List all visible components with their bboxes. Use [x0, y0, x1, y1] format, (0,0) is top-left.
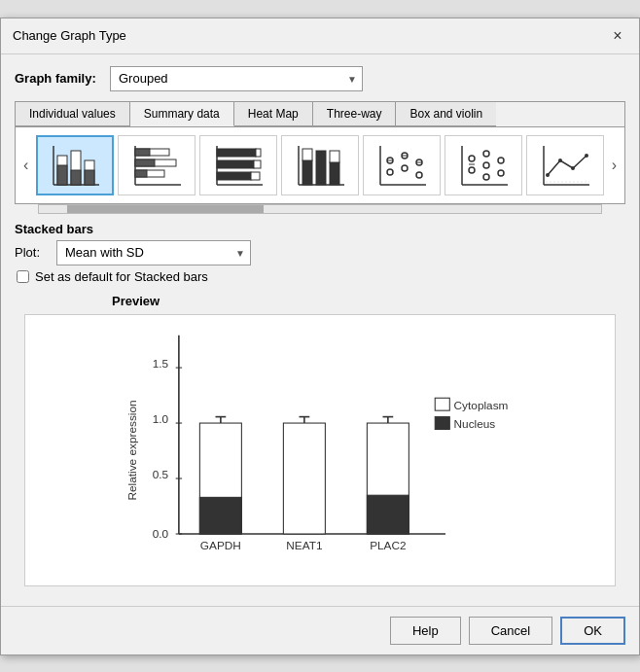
svg-rect-27	[302, 149, 312, 160]
thumbnail-scrollbar[interactable]	[38, 204, 602, 214]
dialog-content: Graph family: Grouped XY Column Bar Pie …	[1, 54, 639, 598]
svg-point-55	[546, 173, 550, 177]
checkbox-row: Set as default for Stacked bars	[17, 269, 625, 284]
scroll-right-button[interactable]: ›	[608, 157, 621, 174]
svg-text:0.5: 0.5	[153, 468, 169, 481]
svg-rect-7	[85, 170, 94, 185]
svg-rect-22	[217, 172, 251, 180]
set-default-label: Set as default for Stacked bars	[35, 269, 208, 284]
svg-point-41	[416, 172, 422, 178]
graph-thumbnails-panel: ‹	[15, 126, 625, 204]
svg-text:GAPDH: GAPDH	[200, 539, 241, 552]
tab-summary-data[interactable]: Summary data	[130, 102, 234, 126]
svg-point-51	[498, 170, 504, 176]
plot-dropdown-wrapper: Mean with SD Mean with SEM Mean with 95%…	[56, 240, 251, 265]
stacked-bars-icon	[46, 141, 104, 190]
svg-point-49	[483, 174, 489, 180]
svg-rect-18	[217, 149, 256, 157]
svg-point-58	[585, 154, 588, 158]
dot-plot-2-icon	[454, 141, 513, 190]
svg-rect-20	[217, 160, 254, 168]
ok-button[interactable]: OK	[560, 617, 625, 645]
svg-point-56	[558, 159, 562, 162]
scrollbar-thumb	[67, 205, 264, 213]
svg-point-44	[469, 156, 475, 161]
graph-family-label: Graph family:	[15, 71, 102, 86]
svg-rect-11	[135, 149, 150, 156]
preview-label: Preview	[112, 294, 625, 308]
svg-rect-21	[254, 160, 261, 168]
svg-rect-15	[135, 170, 147, 177]
plot-row: Plot: Mean with SD Mean with SEM Mean wi…	[15, 240, 625, 265]
thumbnail-dot-plot-1[interactable]	[363, 135, 441, 195]
tab-box-violin[interactable]: Box and violin	[396, 102, 496, 126]
thumbnail-line-chart[interactable]	[526, 135, 603, 195]
tab-individual-values[interactable]: Individual values	[16, 102, 130, 126]
set-default-checkbox[interactable]	[17, 270, 29, 283]
svg-point-35	[387, 169, 393, 175]
svg-rect-74	[283, 423, 325, 534]
thumbnail-stacked-bars[interactable]	[36, 135, 114, 195]
preview-area: 0.0 0.5 1.0 1.5 Relative expression	[24, 314, 616, 586]
thumbnail-scroll-area	[36, 135, 603, 195]
svg-rect-71	[199, 497, 241, 534]
svg-rect-28	[316, 151, 326, 185]
svg-point-47	[483, 151, 489, 157]
tab-three-way[interactable]: Three-way	[313, 102, 397, 126]
dot-plot-1-icon	[373, 141, 431, 190]
svg-text:Nucleus: Nucleus	[454, 417, 496, 431]
thumbnail-horizontal-bars[interactable]	[118, 135, 196, 195]
dialog-footer: Help Cancel OK	[1, 606, 639, 654]
svg-rect-26	[302, 160, 312, 185]
stacked-horizontal-icon	[209, 141, 267, 190]
svg-point-48	[483, 162, 489, 168]
svg-rect-19	[256, 149, 261, 157]
cancel-button[interactable]: Cancel	[469, 617, 552, 645]
vertical-stacked-icon	[291, 141, 349, 190]
svg-text:NEAT1: NEAT1	[286, 539, 322, 552]
svg-rect-23	[251, 172, 260, 180]
svg-point-38	[402, 165, 408, 171]
help-button[interactable]: Help	[390, 617, 461, 645]
svg-rect-30	[330, 151, 339, 162]
close-button[interactable]: ×	[608, 26, 627, 46]
tab-bar: Individual values Summary data Heat Map …	[15, 101, 625, 126]
tab-heat-map[interactable]: Heat Map	[234, 102, 313, 126]
svg-rect-86	[435, 416, 449, 429]
thumbnail-vertical-stacked[interactable]	[281, 135, 359, 195]
svg-rect-3	[57, 165, 67, 185]
svg-point-57	[571, 166, 575, 170]
title-bar: Change Graph Type ×	[1, 18, 639, 54]
svg-text:1.0: 1.0	[153, 412, 169, 426]
line-chart-icon	[536, 141, 594, 190]
graph-family-select[interactable]: Grouped XY Column Bar Pie Scatter	[110, 66, 363, 91]
plot-select[interactable]: Mean with SD Mean with SEM Mean with 95%…	[56, 240, 251, 265]
svg-rect-29	[330, 162, 339, 185]
thumbnail-dot-plot-2[interactable]	[444, 135, 522, 195]
svg-rect-5	[71, 170, 81, 185]
horizontal-bars-icon	[127, 141, 186, 190]
svg-text:PLAC2: PLAC2	[370, 539, 406, 552]
svg-point-50	[498, 158, 504, 163]
svg-rect-84	[435, 398, 449, 410]
svg-rect-13	[135, 159, 155, 166]
svg-text:Cytoplasm: Cytoplasm	[454, 399, 509, 412]
svg-text:0.0: 0.0	[153, 527, 169, 541]
svg-text:Relative expression: Relative expression	[125, 400, 139, 500]
change-graph-type-dialog: Change Graph Type × Graph family: Groupe…	[0, 18, 640, 655]
scroll-left-button[interactable]: ‹	[19, 157, 32, 174]
stacked-bars-section-title: Stacked bars	[15, 222, 625, 236]
svg-rect-78	[367, 495, 409, 534]
svg-text:1.5: 1.5	[153, 357, 169, 371]
thumbnail-stacked-horizontal[interactable]	[199, 135, 277, 195]
plot-label: Plot:	[15, 245, 49, 260]
dialog-title: Change Graph Type	[13, 28, 126, 43]
graph-family-dropdown-wrapper: Grouped XY Column Bar Pie Scatter ▼	[110, 66, 363, 91]
svg-point-45	[469, 167, 475, 173]
graph-family-row: Graph family: Grouped XY Column Bar Pie …	[15, 66, 625, 91]
preview-chart: 0.0 0.5 1.0 1.5 Relative expression	[35, 325, 605, 576]
